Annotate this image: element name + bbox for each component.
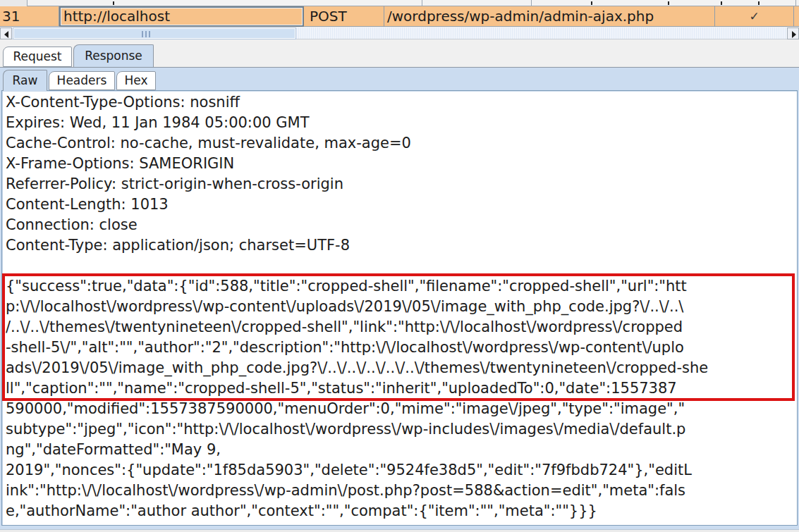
response-body-line: ads\/2019\/05\/image_with_php_code.jpg?\…	[6, 358, 795, 378]
response-blank-line	[6, 256, 795, 276]
response-body-line: -shell-5\/","alt":"","author":"2","descr…	[6, 338, 795, 358]
response-body-line: ng","dateFormatted":"May 9,	[6, 440, 795, 460]
row-extra-cell[interactable]	[794, 6, 799, 27]
tab-headers[interactable]: Headers	[49, 71, 115, 90]
header-glyph-tick	[721, 1, 722, 5]
tab-response[interactable]: Response	[73, 44, 154, 67]
response-header-line: X-Content-Type-Options: nosniff	[6, 92, 795, 113]
response-text: X-Content-Type-Options: nosniff Expires:…	[6, 92, 795, 521]
column-divider	[422, 0, 422, 6]
row-host-cell[interactable]: http://localhost	[59, 6, 304, 27]
response-body-line: subtype":"jpeg","icon":"http:\/\/localho…	[6, 419, 795, 440]
tab-raw[interactable]: Raw	[3, 70, 47, 91]
window-bottom-edge	[0, 529, 799, 532]
row-url-cell[interactable]: /wordpress/wp-admin/admin-ajax.php	[384, 6, 715, 27]
row-method-cell[interactable]: POST	[304, 6, 384, 27]
history-horizontal-scrollbar[interactable]	[0, 27, 799, 39]
row-params-cell[interactable]: ✓	[715, 6, 794, 27]
response-body-line: {"success":true,"data":{"id":588,"title"…	[6, 276, 795, 297]
row-number-cell[interactable]: 31	[0, 6, 59, 27]
response-header-line: Referrer-Policy: strict-origin-when-cros…	[6, 174, 795, 194]
response-body-line: ll","caption":"","name":"cropped-shell-5…	[6, 378, 795, 399]
column-divider	[27, 0, 28, 6]
response-body-line: p:\/\/localhost\/wordpress\/wp-content\/…	[6, 297, 795, 317]
response-header-line: Expires: Wed, 11 Jan 1984 05:00:00 GMT	[6, 113, 795, 133]
column-divider	[531, 0, 532, 6]
header-glyph-tick	[591, 1, 592, 5]
response-body-line: /..\/..\/themes\/twentynineteen\/cropped…	[6, 317, 795, 338]
response-body-line: e,"authorName":"author author","context"…	[6, 501, 795, 521]
history-row[interactable]: 31 http://localhost POST /wordpress/wp-a…	[0, 6, 799, 27]
response-raw-textarea[interactable]: X-Content-Type-Options: nosniff Expires:…	[1, 90, 798, 526]
scroll-left-icon	[4, 31, 8, 38]
params-check-icon: ✓	[749, 9, 759, 23]
scroll-left-button[interactable]	[0, 27, 12, 39]
response-body-line: ink":"http:\/\/localhost\/wordpress\/wp-…	[6, 481, 795, 501]
response-body-line: 590000,"modified":1557387590000,"menuOrd…	[6, 399, 795, 419]
scrollbar-thumb[interactable]	[13, 27, 296, 39]
scroll-right-button[interactable]	[787, 27, 799, 39]
tab-hex[interactable]: Hex	[116, 71, 156, 90]
response-header-line: X-Frame-Options: SAMEORIGIN	[6, 154, 795, 174]
header-glyph-tick	[113, 1, 114, 5]
tab-request[interactable]: Request	[3, 47, 72, 67]
header-glyph-tick	[668, 1, 669, 5]
history-table-header-strip	[0, 0, 799, 6]
scrollbar-grip-icon	[142, 31, 152, 37]
response-header-line: Cache-Control: no-cache, must-revalidate…	[6, 133, 795, 154]
response-body-line: 2019","nonces":{"update":"1f85da5903","d…	[6, 460, 795, 481]
response-header-line: Connection: close	[6, 215, 795, 235]
response-header-line: Content-Length: 1013	[6, 194, 795, 215]
header-cell-sliver	[0, 0, 27, 6]
header-glyph-tick	[758, 1, 760, 5]
response-header-line: Content-Type: application/json; charset=…	[6, 235, 795, 256]
burp-proxy-response-view: 31 http://localhost POST /wordpress/wp-a…	[0, 0, 799, 532]
column-divider	[795, 0, 796, 6]
scroll-right-icon	[792, 31, 796, 38]
